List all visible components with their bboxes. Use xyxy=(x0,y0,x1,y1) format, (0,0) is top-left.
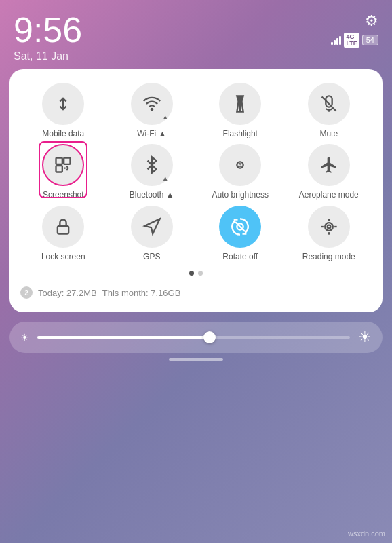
brightness-track[interactable] xyxy=(37,336,350,339)
data-month: This month: 7.16GB xyxy=(102,288,181,298)
page-dots xyxy=(20,271,372,276)
status-bar: 9:56 Sat, 11 Jan ⚙ 4GLTE 54 xyxy=(0,0,392,69)
data-usage-row: 2 Today: 27.2MB This month: 7.16GB xyxy=(20,284,372,301)
tile-aeroplane-label: Aeroplane mode xyxy=(299,190,359,200)
tile-aeroplane-circle xyxy=(308,144,350,186)
tile-flashlight-circle xyxy=(219,83,261,125)
tile-wifi-label: Wi-Fi ▲ xyxy=(137,129,166,138)
status-icons: ⚙ 4GLTE 54 xyxy=(331,12,378,48)
svg-text:A: A xyxy=(237,161,243,170)
dot-1[interactable] xyxy=(189,271,194,276)
tile-mute-label: Mute xyxy=(319,129,338,138)
tile-lock-screen-circle xyxy=(42,206,84,248)
tile-screenshot-label: Screenshot xyxy=(43,190,84,200)
tile-auto-brightness-label: Auto brightness xyxy=(212,190,269,200)
tile-mobile-data-circle xyxy=(42,83,84,125)
brightness-high-icon: ☀ xyxy=(358,329,372,346)
svg-line-3 xyxy=(321,97,336,111)
tile-aeroplane[interactable]: Aeroplane mode xyxy=(286,144,372,200)
tile-screenshot[interactable]: Screenshot xyxy=(20,144,106,200)
svg-marker-11 xyxy=(144,219,159,233)
tiles-grid: Mobile data ▲ Wi-Fi ▲ xyxy=(20,83,372,261)
tile-screenshot-circle xyxy=(42,144,84,186)
tile-mobile-data[interactable]: Mobile data xyxy=(20,83,106,138)
svg-rect-6 xyxy=(64,158,70,164)
tile-mobile-data-label: Mobile data xyxy=(42,129,84,138)
tile-lock-screen-label: Lock screen xyxy=(41,252,85,261)
signal-row: 4GLTE 54 xyxy=(331,33,378,48)
brightness-low-icon: ☀ xyxy=(20,332,29,343)
tile-gps[interactable]: GPS xyxy=(109,206,195,261)
tile-lock-screen[interactable]: Lock screen xyxy=(20,206,106,261)
clock: 9:56 xyxy=(14,12,82,48)
svg-rect-5 xyxy=(56,158,62,164)
tile-flashlight-label: Flashlight xyxy=(223,129,258,138)
wifi-arrow: ▲ xyxy=(162,113,169,121)
svg-rect-10 xyxy=(58,226,68,234)
tile-gps-label: GPS xyxy=(143,252,160,261)
tile-flashlight[interactable]: Flashlight xyxy=(197,83,283,138)
brightness-thumb[interactable] xyxy=(203,331,216,343)
svg-point-14 xyxy=(325,223,333,231)
tile-mute[interactable]: Mute xyxy=(286,83,372,138)
svg-point-1 xyxy=(151,109,153,110)
brightness-fill xyxy=(37,336,210,339)
dot-2[interactable] xyxy=(198,271,203,276)
tile-rotate-off[interactable]: Rotate off xyxy=(197,206,283,261)
quick-settings-panel: Mobile data ▲ Wi-Fi ▲ xyxy=(9,69,383,312)
tile-bluetooth-circle: ▲ xyxy=(131,144,173,186)
svg-rect-7 xyxy=(56,166,62,172)
tile-mute-circle xyxy=(308,83,350,125)
signal-bars xyxy=(331,35,341,45)
svg-point-15 xyxy=(327,225,330,228)
tile-auto-brightness[interactable]: A Auto brightness xyxy=(197,144,283,200)
date: Sat, 11 Jan xyxy=(14,50,82,62)
battery-level: 54 xyxy=(362,35,378,45)
tile-reading-mode-circle xyxy=(308,206,350,248)
tile-reading-mode[interactable]: Reading mode xyxy=(286,206,372,261)
brightness-bar[interactable]: ☀ ☀ xyxy=(9,322,383,353)
tile-rotate-off-circle xyxy=(219,206,261,248)
bluetooth-arrow: ▲ xyxy=(162,174,169,182)
home-indicator[interactable] xyxy=(169,358,223,361)
watermark: wsxdn.com xyxy=(348,529,385,538)
tile-bluetooth-label: Bluetooth ▲ xyxy=(130,190,174,200)
tile-bluetooth[interactable]: ▲ Bluetooth ▲ xyxy=(109,144,195,200)
tile-wifi[interactable]: ▲ Wi-Fi ▲ xyxy=(109,83,195,138)
tile-wifi-circle: ▲ xyxy=(131,83,173,125)
network-badge: 4GLTE xyxy=(344,33,359,48)
settings-icon[interactable]: ⚙ xyxy=(365,12,378,30)
data-badge: 2 xyxy=(20,286,33,299)
tile-rotate-off-label: Rotate off xyxy=(222,252,258,261)
data-today: Today: 27.2MB xyxy=(38,288,97,298)
tile-reading-mode-label: Reading mode xyxy=(302,252,355,261)
tile-gps-circle xyxy=(131,206,173,248)
tile-auto-brightness-circle: A xyxy=(219,144,261,186)
